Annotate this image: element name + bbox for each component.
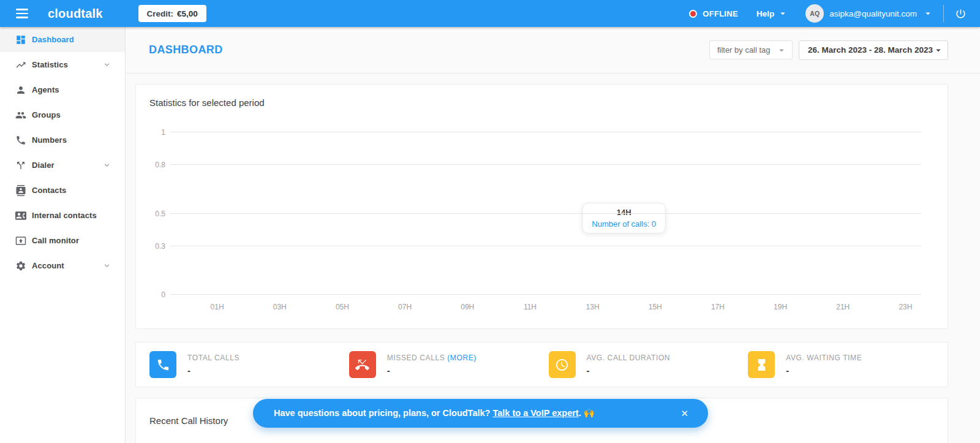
total-calls-tile: [149, 351, 176, 378]
sidebar-item-contacts[interactable]: Contacts: [0, 178, 125, 203]
stat-label: AVG. CALL DURATION: [587, 354, 671, 362]
sidebar-item-label: Groups: [32, 110, 61, 119]
banner-suffix: .: [579, 408, 584, 418]
promo-banner: Have questions about pricing, plans, or …: [253, 399, 708, 428]
stat-missed-calls: MISSED CALLS (MORE) -: [349, 351, 549, 378]
date-range-value: 26. March 2023 - 28. March 2023: [808, 45, 933, 55]
stat-value: -: [387, 365, 477, 376]
chart-tooltip: 14H Number of calls: 0: [582, 203, 666, 233]
voip-expert-link[interactable]: Talk to a VoIP expert: [492, 408, 578, 418]
chevron-down-icon: [922, 8, 933, 19]
people-icon: [15, 110, 26, 121]
missed-calls-more-link[interactable]: (MORE): [447, 354, 477, 362]
x-tick-label: 09H: [461, 303, 474, 311]
credit-button[interactable]: Credit: €5,00: [138, 5, 206, 22]
y-tick-label: 0.8: [142, 161, 165, 169]
hourglass-icon: [755, 358, 769, 372]
avatar: AQ: [805, 4, 824, 23]
x-tick-label: 15H: [649, 303, 662, 311]
chart-gridline: [170, 132, 921, 132]
sidebar-item-internal-contacts[interactable]: Internal contacts: [0, 203, 125, 228]
sidebar-item-label: Account: [32, 261, 64, 270]
x-tick-label: 13H: [586, 303, 600, 311]
x-tick-label: 11H: [524, 303, 537, 311]
contact-phone-icon: [15, 210, 26, 221]
stat-value: -: [187, 365, 239, 376]
person-icon: [15, 85, 26, 96]
x-tick-label: 21H: [836, 303, 850, 311]
dashboard-icon: [15, 34, 26, 45]
call-tag-filter-select[interactable]: filter by call tag: [709, 40, 793, 59]
cloudtalk-logo: cloudtalk: [48, 7, 103, 21]
sidebar-item-agents[interactable]: Agents: [0, 77, 125, 102]
x-tick-label: 17H: [711, 303, 725, 311]
header-divider: [943, 5, 944, 22]
chevron-down-icon: [777, 8, 788, 19]
line-chart: 14H Number of calls: 0 00.30.50.8101H03H…: [170, 132, 921, 295]
x-tick-label: 05H: [336, 303, 349, 311]
x-tick-label: 01H: [211, 303, 224, 311]
sidebar-item-groups[interactable]: Groups: [0, 102, 125, 127]
sidebar-item-label: Agents: [32, 85, 59, 94]
sidebar-item-numbers[interactable]: Numbers: [0, 127, 125, 153]
monitor-icon: [15, 235, 26, 246]
sidebar-item-label: Dialer: [32, 161, 55, 170]
tooltip-hour: 14H: [592, 208, 656, 217]
y-tick-label: 1: [142, 128, 165, 137]
x-tick-label: 19H: [774, 303, 787, 311]
tooltip-value: Number of calls: 0: [592, 219, 656, 229]
user-menu[interactable]: AQ asipka@qualityunit.com: [805, 4, 933, 23]
help-menu[interactable]: Help: [756, 8, 788, 19]
date-range-picker[interactable]: 26. March 2023 - 28. March 2023: [799, 40, 948, 60]
chevron-down-icon: [102, 261, 111, 270]
chart-gridline: [170, 213, 921, 214]
offline-dot-icon: [689, 10, 697, 18]
sidebar-item-label: Statistics: [32, 60, 68, 69]
call-split-icon: [15, 160, 26, 171]
stat-value: -: [587, 365, 671, 376]
sidebar-item-dashboard[interactable]: Dashboard: [0, 27, 125, 52]
main-content: DASHBOARD filter by call tag 26. March 2…: [126, 27, 980, 443]
chevron-down-icon: [776, 45, 787, 56]
sidebar-item-dialer[interactable]: Dialer: [0, 153, 125, 178]
page-title: DASHBOARD: [149, 44, 223, 56]
sidebar-item-statistics[interactable]: Statistics: [0, 52, 125, 77]
logout-button[interactable]: [952, 6, 969, 22]
stats-summary-card: TOTAL CALLS - MISSED CALLS (MORE) -: [135, 342, 948, 387]
chart-gridline: [170, 294, 921, 295]
phone-icon: [15, 135, 26, 146]
sidebar-item-call-monitor[interactable]: Call monitor: [0, 228, 125, 253]
user-email: asipka@qualityunit.com: [829, 9, 917, 18]
chart-title: Statistics for selected period: [149, 97, 265, 108]
stat-label: AVG. WAITING TIME: [786, 354, 862, 362]
statistics-chart-card: Statistics for selected period 14H Numbe…: [135, 84, 948, 329]
banner-close-button[interactable]: ✕: [677, 406, 692, 422]
page-header: DASHBOARD filter by call tag 26. March 2…: [126, 27, 980, 74]
stat-value: -: [786, 365, 862, 376]
call-tag-filter-label: filter by call tag: [717, 45, 776, 55]
sidebar-item-label: Internal contacts: [32, 211, 97, 220]
hamburger-menu-button[interactable]: [9, 9, 36, 18]
recent-call-history-title: Recent Call History: [149, 415, 228, 426]
y-tick-label: 0.5: [142, 210, 165, 218]
sidebar-item-label: Dashboard: [32, 35, 74, 44]
sidebar-item-account[interactable]: Account: [0, 253, 125, 278]
stat-label: MISSED CALLS: [387, 354, 445, 362]
clock-icon: [555, 358, 569, 372]
avg-call-duration-tile: [549, 351, 576, 378]
contacts-icon: [15, 185, 26, 196]
stat-avg-waiting-time: AVG. WAITING TIME -: [748, 351, 948, 378]
sidebar-item-label: Numbers: [32, 135, 67, 145]
power-icon: [955, 8, 967, 20]
missed-calls-tile: [349, 351, 376, 378]
status-indicator: OFFLINE: [689, 9, 738, 18]
stat-avg-call-duration: AVG. CALL DURATION -: [549, 351, 748, 378]
status-label: OFFLINE: [703, 9, 738, 18]
chevron-down-icon: [102, 161, 111, 170]
chart-gridline: [170, 164, 921, 165]
x-tick-label: 23H: [899, 303, 912, 311]
help-label: Help: [756, 9, 774, 18]
avg-waiting-time-tile: [748, 351, 775, 378]
trending-up-icon: [15, 59, 26, 70]
y-tick-label: 0: [142, 290, 165, 299]
